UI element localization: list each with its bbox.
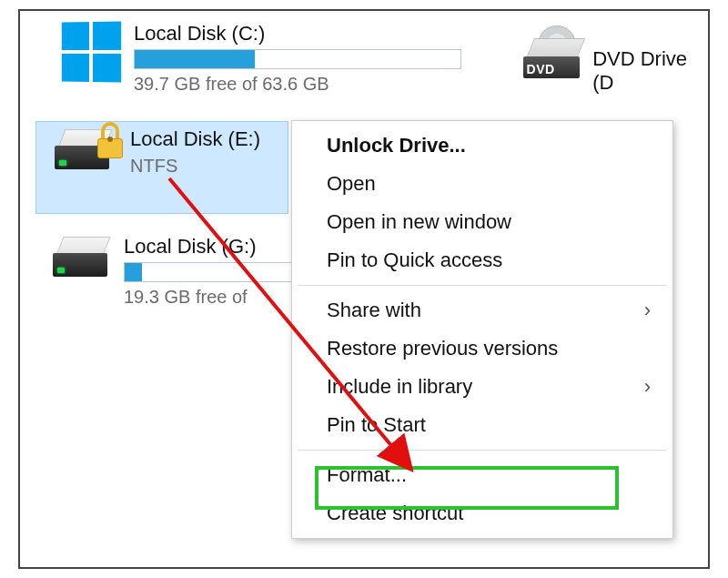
drive-c-sub: 39.7 GB free of 63.6 GB	[134, 73, 461, 96]
drive-c-usage-bar	[134, 49, 461, 69]
menu-open-label: Open	[327, 172, 376, 196]
hdd-icon	[47, 235, 124, 289]
menu-open-new-label: Open in new window	[327, 210, 511, 234]
drive-e-text: Local Disk (E:) NTFS	[130, 127, 260, 177]
menu-open-new-window[interactable]: Open in new window	[292, 203, 672, 241]
drive-g-text: Local Disk (G:) 19.3 GB free of	[124, 235, 297, 309]
menu-format[interactable]: Format...	[292, 456, 672, 494]
windows-logo-icon	[47, 22, 134, 82]
menu-separator	[298, 450, 667, 451]
lock-icon	[95, 122, 126, 158]
drive-g-sub: 19.3 GB free of	[124, 286, 297, 309]
explorer-this-pc-panel: Local Disk (C:) 39.7 GB free of 63.6 GB …	[18, 9, 710, 569]
menu-pin-start-label: Pin to Start	[327, 413, 426, 437]
menu-separator	[298, 285, 667, 286]
hdd-locked-icon	[44, 127, 130, 182]
drive-g-title: Local Disk (G:)	[124, 235, 297, 259]
menu-include-library[interactable]: Include in library ›	[292, 368, 672, 406]
drive-c[interactable]: Local Disk (C:) 39.7 GB free of 63.6 GB	[40, 16, 513, 101]
drive-c-title: Local Disk (C:)	[134, 22, 461, 46]
drive-g-usage-fill	[125, 263, 142, 281]
menu-share-with[interactable]: Share with ›	[292, 291, 672, 330]
menu-pin-start[interactable]: Pin to Start	[292, 406, 672, 444]
menu-unlock-label: Unlock Drive...	[327, 134, 466, 157]
submenu-arrow-icon: ›	[644, 375, 651, 399]
menu-share-label: Share with	[327, 299, 421, 322]
menu-pin-quick-access[interactable]: Pin to Quick access	[292, 241, 672, 279]
drive-e-sub: NTFS	[130, 155, 260, 177]
drive-c-usage-fill	[135, 50, 255, 68]
drive-g[interactable]: Local Disk (G:) 19.3 GB free of	[40, 229, 304, 314]
drive-dvd-text: DVD Drive (D	[592, 31, 704, 95]
menu-restore-label: Restore previous versions	[327, 337, 558, 360]
drive-e[interactable]: Local Disk (E:) NTFS	[36, 122, 288, 213]
drive-dvd[interactable]: DVD DVD Drive (D	[511, 25, 710, 100]
menu-unlock-drive[interactable]: Unlock Drive...	[292, 127, 672, 165]
drive-dvd-title: DVD Drive (D	[592, 47, 704, 95]
drive-g-usage-bar	[124, 262, 297, 282]
menu-open[interactable]: Open	[292, 165, 672, 203]
submenu-arrow-icon: ›	[644, 299, 651, 322]
dvd-badge: DVD	[527, 62, 555, 76]
menu-format-label: Format...	[327, 463, 407, 487]
menu-create-shortcut-label: Create shortcut	[327, 502, 463, 525]
menu-restore-previous[interactable]: Restore previous versions	[292, 330, 672, 368]
menu-pin-quick-label: Pin to Quick access	[327, 248, 502, 272]
dvd-drive-icon: DVD	[519, 31, 592, 89]
menu-create-shortcut[interactable]: Create shortcut	[292, 494, 672, 532]
drive-c-text: Local Disk (C:) 39.7 GB free of 63.6 GB	[134, 22, 461, 96]
context-menu: Unlock Drive... Open Open in new window …	[291, 120, 673, 539]
drive-e-title: Local Disk (E:)	[130, 127, 260, 151]
menu-include-label: Include in library	[327, 375, 472, 399]
